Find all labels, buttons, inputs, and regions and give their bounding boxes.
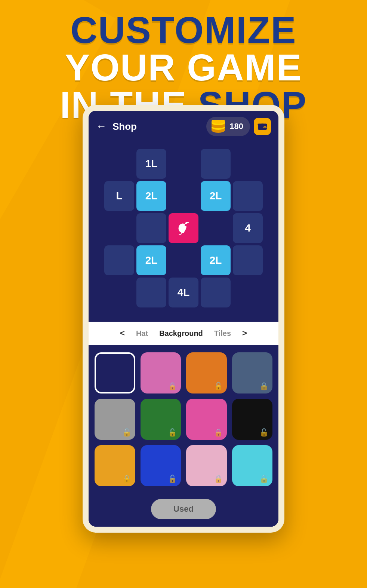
swatch-cyan[interactable]: 🔒	[232, 445, 273, 486]
shop-header-left: ← Shop	[96, 120, 137, 132]
tile-0-3	[201, 149, 231, 179]
tile-1-0: L	[104, 181, 134, 211]
coins-badge: 180	[206, 117, 250, 136]
svg-point-10	[265, 127, 266, 128]
tile-2-0	[104, 213, 134, 243]
tile-3-1: 2L	[136, 245, 166, 275]
tile-0-2	[169, 149, 198, 179]
swatch-gray[interactable]: 🔓	[95, 399, 135, 440]
game-board: 1L L 2L 2L	[89, 142, 278, 322]
tile-3-3: 2L	[201, 245, 231, 275]
shop-title: Shop	[112, 121, 137, 132]
unlock-icon-blue: 🔓	[168, 474, 177, 483]
unlock-icon-orange: 🔓	[214, 382, 223, 391]
category-bar: < Hat Background Tiles >	[89, 322, 278, 345]
tile-3-4	[233, 245, 263, 275]
shop-header-right: 180	[206, 117, 271, 136]
swatch-orange[interactable]: 🔓	[186, 352, 227, 393]
unlock-icon-green: 🔓	[168, 428, 177, 437]
cat-hat[interactable]: Hat	[136, 329, 148, 338]
tile-3-2	[169, 245, 198, 275]
swatch-dark-blue[interactable]	[95, 352, 135, 393]
lock-icon-hot-pink: 🔒	[214, 428, 223, 437]
swatch-slate[interactable]: 🔒	[232, 352, 273, 393]
tile-bird	[169, 213, 198, 243]
category-next[interactable]: >	[242, 328, 247, 338]
lock-icon-slate: 🔒	[259, 382, 269, 391]
used-button[interactable]: Used	[151, 499, 216, 519]
tile-3-0	[104, 245, 134, 275]
lock-icon-pink: 🔒	[168, 382, 177, 391]
coins-stack-icon	[210, 120, 226, 133]
tile-0-0	[104, 149, 134, 179]
tile-0-4	[233, 149, 263, 179]
used-button-container: Used	[89, 494, 278, 527]
wallet-button[interactable]	[254, 118, 271, 135]
tile-1-4	[233, 181, 263, 211]
swatch-blue[interactable]: 🔓	[141, 445, 181, 486]
wallet-icon	[257, 122, 267, 131]
tile-4-0	[104, 278, 134, 307]
cat-tiles[interactable]: Tiles	[214, 329, 231, 338]
swatch-light-pink[interactable]: 🔒	[186, 445, 227, 486]
color-swatches-grid: 🔒 🔓 🔒 🔓 🔓 🔒 🔓 🔒	[89, 345, 278, 494]
cat-background[interactable]: Background	[159, 329, 203, 338]
lock-icon-light-pink: 🔒	[214, 474, 223, 483]
tile-2-4: 4	[233, 213, 263, 243]
tile-1-2	[169, 181, 198, 211]
lock-icon-gold: 🔒	[122, 474, 132, 483]
tile-2-1	[136, 213, 166, 243]
tile-4-4	[233, 278, 263, 307]
swatch-green[interactable]: 🔓	[141, 399, 181, 440]
title-line-1: CUSTOMIZE	[0, 11, 367, 49]
tile-1-1: 2L	[136, 181, 166, 211]
swatch-gold[interactable]: 🔒	[95, 445, 135, 486]
phone-device: ← Shop 180	[83, 105, 284, 533]
tile-4-3	[201, 278, 231, 307]
category-prev[interactable]: <	[120, 328, 125, 338]
bird-icon	[174, 219, 193, 238]
tile-1-3: 2L	[201, 181, 231, 211]
board-grid: 1L L 2L 2L	[104, 149, 263, 307]
back-button[interactable]: ←	[96, 120, 107, 132]
unlock-icon-gray: 🔓	[122, 428, 132, 437]
title-line-2: YOUR GAME	[0, 49, 367, 86]
swatch-black[interactable]: 🔓	[232, 399, 273, 440]
unlock-icon-black: 🔓	[259, 428, 269, 437]
tile-4-1	[136, 278, 166, 307]
coins-amount: 180	[229, 122, 243, 131]
tile-0-1: 1L	[136, 149, 166, 179]
phone-screen: ← Shop 180	[89, 111, 278, 527]
tile-2-3	[201, 213, 231, 243]
lock-icon-cyan: 🔒	[259, 474, 269, 483]
tile-4-2: 4L	[169, 278, 198, 307]
swatch-pink[interactable]: 🔒	[141, 352, 181, 393]
shop-header: ← Shop 180	[89, 111, 278, 142]
swatch-hot-pink[interactable]: 🔒	[186, 399, 227, 440]
svg-point-11	[185, 224, 186, 226]
